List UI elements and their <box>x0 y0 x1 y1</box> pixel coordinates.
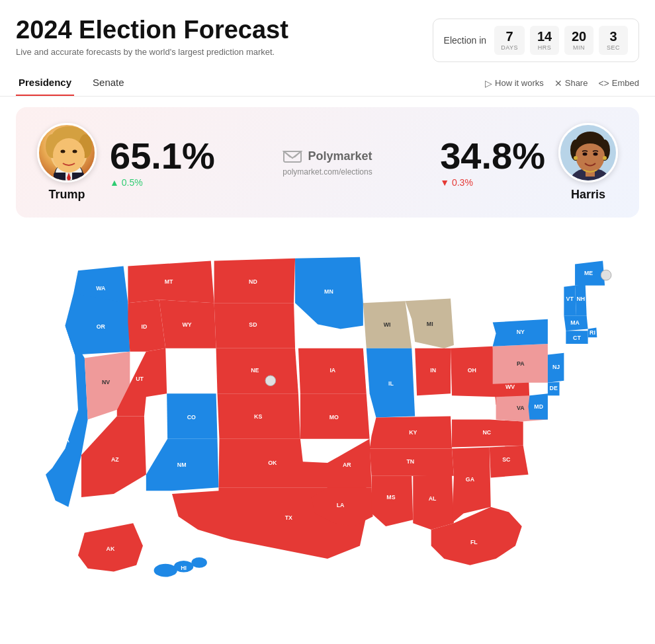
state-MO[interactable] <box>300 393 370 439</box>
page-subtitle: Live and accurate forecasts by the world… <box>16 47 288 57</box>
state-NY[interactable] <box>493 319 548 346</box>
harris-change: 0.3% <box>440 177 545 188</box>
countdown-hrs-unit: HRS <box>538 44 552 51</box>
candidate-banner: Trump 65.1% 0.5% Polymarket polymarket.c… <box>16 107 639 218</box>
how-it-works-button[interactable]: ▷ How it works <box>485 78 544 89</box>
embed-button[interactable]: <> Embed <box>598 78 639 89</box>
countdown-min: 20 MIN <box>564 26 593 55</box>
tab-senate[interactable]: Senate <box>90 70 127 96</box>
state-OH[interactable] <box>451 346 496 397</box>
countdown-min-unit: MIN <box>573 44 585 51</box>
map-container: WA OR CA NV ID MT WY UT AZ <box>0 228 655 594</box>
state-SD[interactable] <box>214 303 295 348</box>
avatar-harris <box>558 123 618 182</box>
trump-face-svg <box>39 125 97 182</box>
state-PA[interactable] <box>493 344 548 384</box>
state-AZ[interactable] <box>81 417 146 497</box>
state-MD[interactable] <box>529 393 548 419</box>
state-DE[interactable] <box>548 382 560 396</box>
state-SC[interactable] <box>490 446 529 478</box>
state-AR[interactable] <box>328 439 372 487</box>
map-wrapper: WA OR CA NV ID MT WY UT AZ <box>17 228 638 579</box>
countdown-hrs: 14 HRS <box>530 26 559 55</box>
state-ID[interactable] <box>128 300 165 351</box>
state-AL[interactable] <box>413 475 454 530</box>
trump-inner: Trump 65.1% 0.5% <box>37 123 215 202</box>
harris-percentage-block: 34.8% 0.3% <box>440 138 545 188</box>
countdown-sec-unit: SEC <box>607 44 620 51</box>
svg-marker-12 <box>284 151 301 158</box>
state-HI-3[interactable] <box>191 557 207 568</box>
countdown-min-value: 20 <box>572 30 586 43</box>
state-NM[interactable] <box>146 439 219 491</box>
x-icon: ✕ <box>554 78 562 89</box>
state-RI[interactable] <box>588 327 597 337</box>
svg-point-26 <box>574 156 578 160</box>
countdown-sec: 3 SEC <box>599 26 628 55</box>
countdown-label: Election in <box>444 35 487 46</box>
state-MI[interactable] <box>406 298 454 348</box>
avatar-trump <box>37 123 97 182</box>
trump-name: Trump <box>48 188 85 202</box>
header-title-section: 2024 Election Forecast Live and accurate… <box>16 16 288 57</box>
state-NH[interactable] <box>575 284 587 316</box>
harris-inner: 34.8% 0.3% <box>440 123 618 202</box>
state-NC[interactable] <box>452 419 523 447</box>
page-header: 2024 Election Forecast Live and accurate… <box>0 0 655 70</box>
state-KS[interactable] <box>218 393 300 439</box>
state-ME[interactable] <box>575 261 605 286</box>
svg-line-15 <box>294 151 301 157</box>
svg-point-24 <box>582 153 587 156</box>
state-NJ[interactable] <box>548 353 564 383</box>
share-button[interactable]: ✕ Share <box>554 78 588 89</box>
tabs-row: Presidency Senate ▷ How it works ✕ Share… <box>0 70 655 97</box>
countdown-box: Election in 7 DAYS 14 HRS 20 MIN 3 SEC <box>433 19 639 62</box>
polymarket-logo: Polymarket <box>283 149 372 165</box>
state-WI[interactable] <box>363 301 412 348</box>
svg-line-14 <box>284 151 290 157</box>
trump-up-arrow <box>110 177 122 188</box>
swing-dot-NE <box>265 376 276 386</box>
state-AK[interactable] <box>78 523 143 571</box>
state-MT[interactable] <box>128 261 214 303</box>
state-WY[interactable] <box>159 300 216 348</box>
countdown-days: 7 DAYS <box>494 26 525 55</box>
harris-section: 34.8% 0.3% <box>440 123 618 202</box>
swing-dot-ME <box>601 270 611 280</box>
state-HI-2[interactable] <box>174 561 193 573</box>
tab-group: Presidency Senate <box>16 70 143 96</box>
state-CT[interactable] <box>566 331 588 344</box>
countdown-sec-value: 3 <box>609 30 617 43</box>
svg-point-25 <box>593 153 597 156</box>
trump-percentage: 65.1% <box>110 138 215 175</box>
state-IN[interactable] <box>415 348 451 395</box>
state-CO[interactable] <box>167 393 217 439</box>
how-it-works-label: How it works <box>495 78 544 88</box>
harris-face-svg <box>560 125 618 182</box>
state-IA[interactable] <box>298 348 367 394</box>
svg-point-6 <box>53 138 85 173</box>
countdown-days-unit: DAYS <box>501 44 518 51</box>
state-NE[interactable] <box>216 348 298 394</box>
state-MN[interactable] <box>295 257 363 329</box>
state-MA[interactable] <box>564 316 588 331</box>
share-label: Share <box>565 78 588 88</box>
tab-presidency[interactable]: Presidency <box>16 70 74 96</box>
code-icon: <> <box>598 78 609 89</box>
state-VT[interactable] <box>564 286 576 316</box>
countdown-days-value: 7 <box>506 30 513 43</box>
trump-avatar-wrapper: Trump <box>37 123 97 202</box>
state-IL[interactable] <box>367 348 415 418</box>
harris-percentage: 34.8% <box>440 138 545 175</box>
state-OK[interactable] <box>219 439 328 487</box>
svg-point-23 <box>576 143 605 167</box>
state-HI-1[interactable] <box>154 564 177 577</box>
tab-actions: ▷ How it works ✕ Share <> Embed <box>485 78 639 89</box>
state-ND[interactable] <box>214 259 295 303</box>
harris-avatar-wrapper: Harris <box>558 123 618 202</box>
state-TN[interactable] <box>370 449 454 476</box>
svg-point-8 <box>73 150 77 153</box>
state-KY[interactable] <box>370 417 452 449</box>
state-MS[interactable] <box>372 476 414 526</box>
polymarket-icon <box>283 149 302 165</box>
